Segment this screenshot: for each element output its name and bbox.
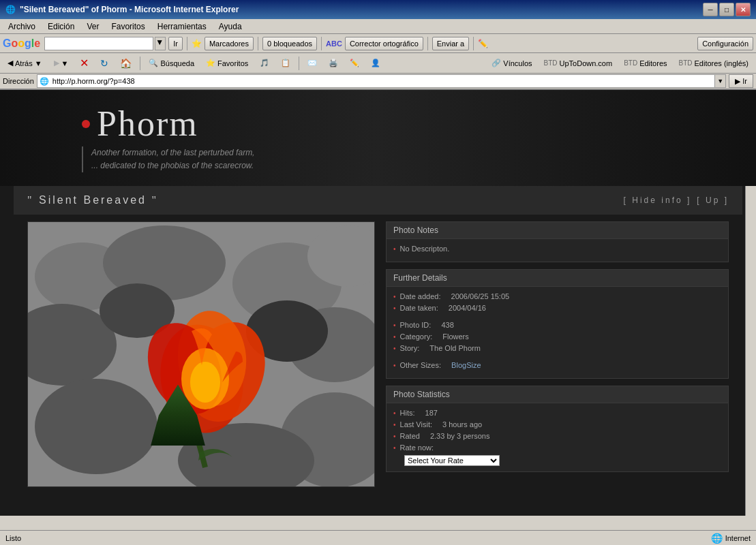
menu-edicion[interactable]: Edición	[42, 20, 80, 33]
other-sizes-row: • Other Sizes: BlogSize	[393, 361, 721, 369]
google-search-input[interactable]	[44, 37, 153, 50]
bullet-7: •	[393, 409, 396, 417]
mail-icon: ✉️	[307, 59, 317, 67]
corrector-button[interactable]: Corrector ortográfico	[345, 37, 423, 50]
photo-notes-description: No Descripton.	[400, 245, 450, 253]
photo-image	[27, 221, 375, 487]
hide-info-link[interactable]: [ Hide info ]	[624, 196, 692, 205]
back-button[interactable]: ◀ Atrás ▼	[3, 55, 47, 72]
address-bar: Dirección 🌐 ▼ ▶ Ir	[0, 74, 756, 90]
favorites-icon: ⭐	[206, 59, 215, 67]
menu-ayuda[interactable]: Ayuda	[213, 20, 247, 33]
date-added-row: • Date added: 2006/06/25 15:05	[393, 292, 721, 300]
google-search-dropdown[interactable]: ▼	[155, 37, 166, 50]
enviar-button[interactable]: Enviar a	[432, 37, 469, 50]
photo-statistics-title: Photo Statistics	[387, 386, 728, 403]
date-added-label: Date added:	[400, 292, 441, 300]
status-bar: Listo 🌐 Internet	[0, 530, 756, 545]
photo-title: " Silent Bereaved "	[27, 194, 158, 206]
editores-ingles-icon: BTD	[679, 59, 693, 67]
menu-favoritos[interactable]: Favoritos	[106, 20, 150, 33]
bloqueados-button[interactable]: 0 bloqueados	[262, 37, 317, 50]
logo-tagline: Another formation, of the last perturbed…	[82, 146, 729, 172]
bullet-5: •	[393, 345, 396, 352]
configuracion-button[interactable]: Configuración	[697, 37, 753, 50]
close-button[interactable]: ✕	[736, 3, 751, 16]
refresh-button[interactable]: ↻	[95, 55, 113, 72]
search-button[interactable]: 🔍 Búsqueda	[144, 55, 199, 72]
menu-bar: Archivo Edición Ver Favoritos Herramient…	[0, 19, 756, 34]
bullet-1: •	[393, 293, 396, 300]
edit-button[interactable]: ✏️	[345, 55, 364, 72]
photo-sidebar: Photo Notes • No Descripton. Further Det…	[375, 221, 729, 487]
category-value: Flowers	[442, 332, 469, 341]
bullet-6: •	[393, 362, 396, 369]
photo-statistics-section: Photo Statistics • Hits: 187 • Last Visi…	[386, 386, 729, 472]
bullet-4: •	[393, 333, 396, 341]
star-icon: ⭐	[192, 39, 202, 48]
bullet-8: •	[393, 421, 396, 429]
rated-row: • Rated 2.33 by 3 persons	[393, 432, 721, 440]
last-visit-value: 3 hours ago	[442, 420, 482, 429]
separator-3	[321, 37, 322, 50]
marcadores-button[interactable]: Marcadores	[205, 37, 254, 50]
status-right: 🌐 Internet	[711, 533, 751, 544]
last-visit-label: Last Visit:	[400, 420, 433, 429]
google-ir-button[interactable]: Ir	[168, 37, 183, 50]
menu-ver[interactable]: Ver	[81, 20, 104, 33]
favorites-nav-button[interactable]: ⭐ Favoritos	[201, 55, 253, 72]
go-icon: ▶	[735, 77, 740, 86]
editores-ingles-link[interactable]: BTD Editores (inglés)	[674, 55, 753, 72]
forward-button[interactable]: ▶ ▼	[49, 55, 74, 72]
forward-dropdown-arrow: ▼	[61, 59, 69, 67]
title-bar-icon: 🌐	[5, 5, 16, 14]
mail-button[interactable]: ✉️	[303, 55, 322, 72]
date-taken-value: 2004/04/16	[449, 304, 486, 312]
date-added-value: 2006/06/25 15:05	[451, 292, 510, 300]
photo-id-row: • Photo ID: 438	[393, 321, 721, 329]
stop-button[interactable]: ✕	[75, 55, 93, 72]
quote-close: "	[151, 194, 158, 206]
date-taken-label: Date taken:	[400, 304, 438, 312]
address-dropdown[interactable]: ▼	[714, 75, 725, 87]
rate-select-dropdown[interactable]: Select Your Rate	[404, 455, 500, 466]
address-input[interactable]	[51, 75, 714, 87]
editores-link[interactable]: BTD Editores	[619, 55, 671, 72]
story-row: • Story: The Old Phorm	[393, 344, 721, 352]
svg-point-17	[190, 362, 220, 403]
photo-nav-links: [ Hide info ] [ Up ]	[624, 196, 729, 205]
bullet-2: •	[393, 305, 396, 312]
history-button[interactable]: 📋	[276, 55, 295, 72]
nav-separator-2	[299, 57, 299, 70]
category-row: • Category: Flowers	[393, 332, 721, 341]
bullet-10: •	[393, 444, 396, 452]
photo-notes-body: • No Descripton.	[387, 239, 728, 262]
status-text: Listo	[5, 534, 706, 542]
svg-point-7	[35, 379, 157, 474]
edit-icon: ✏️	[350, 59, 359, 67]
address-input-wrap: 🌐 ▼	[37, 74, 726, 88]
tagline-line1: Another formation, of the last perturbed…	[91, 146, 729, 159]
separator-5	[473, 37, 474, 50]
logo-text: Phorm	[97, 104, 198, 144]
back-dropdown-arrow: ▼	[35, 59, 42, 67]
bullet-9: •	[393, 433, 396, 440]
menu-herramientas[interactable]: Herramientas	[152, 20, 212, 33]
messenger-button[interactable]: 👤	[366, 55, 385, 72]
photo-id-value: 438	[441, 321, 453, 329]
menu-archivo[interactable]: Archivo	[3, 20, 41, 33]
home-button[interactable]: 🏠	[115, 55, 136, 72]
print-button[interactable]: 🖨️	[324, 55, 343, 72]
photo-title-bar: " Silent Bereaved " [ Hide info ] [ Up ]	[14, 186, 742, 215]
maximize-button[interactable]: □	[719, 3, 734, 16]
print-icon: 🖨️	[329, 59, 338, 67]
date-taken-row: • Date taken: 2004/04/16	[393, 304, 721, 312]
page-icon: 🌐	[37, 77, 51, 86]
up-link[interactable]: [ Up ]	[697, 196, 729, 205]
uptodown-link[interactable]: BTD UpToDown.com	[539, 55, 618, 72]
minimize-button[interactable]: ─	[703, 3, 718, 16]
links-label-btn: 🔗 Vínculos	[487, 55, 536, 72]
media-button[interactable]: 🎵	[255, 55, 274, 72]
hits-row: • Hits: 187	[393, 409, 721, 417]
go-button[interactable]: ▶ Ir	[729, 74, 753, 88]
